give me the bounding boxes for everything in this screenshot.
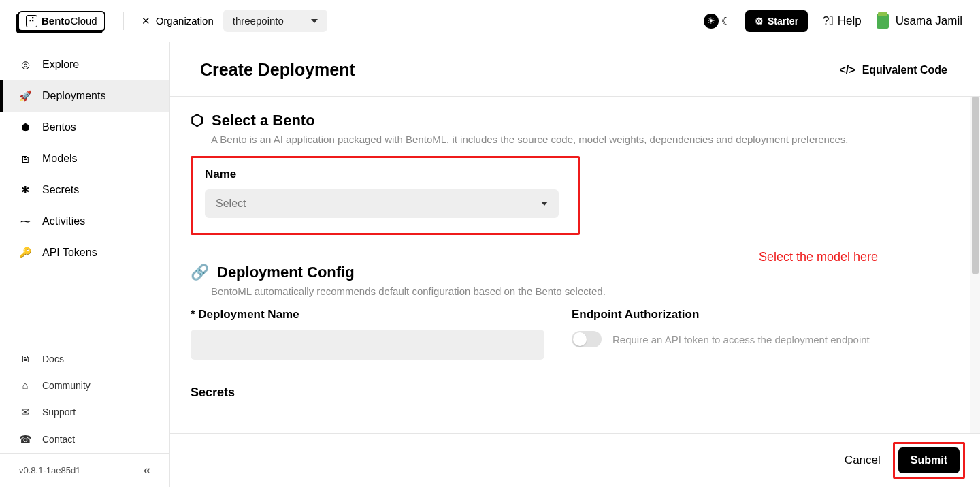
sidebar-item-label: Explore (42, 59, 79, 71)
section-heading: 🔗 Deployment Config (191, 264, 947, 281)
logo-text-cloud: Cloud (71, 15, 97, 27)
divider (123, 12, 124, 30)
page-header: Create Deployment </> Equivalent Code (170, 42, 980, 97)
sidebar-item-label: Secrets (42, 184, 79, 196)
sidebar-item-explore[interactable]: ◎ Explore (0, 49, 169, 80)
sidebar-item-label: Bentos (42, 121, 76, 133)
secrets-heading: Secrets (191, 386, 947, 400)
bento-icon: ⬡ (191, 112, 203, 129)
deployment-name-label: * Deployment Name (191, 308, 544, 321)
select-bento-title: Select a Bento (212, 112, 315, 129)
link-icon: 🔗 (191, 264, 209, 281)
user-menu[interactable]: Usama Jamil (877, 14, 962, 29)
highlighted-name-box: Name Select (191, 156, 580, 235)
user-name: Usama Jamil (896, 14, 962, 28)
bento-name-select[interactable]: Select (205, 189, 559, 218)
logo[interactable]: ⠚ BentoCloud (18, 11, 105, 31)
chevron-down-icon (541, 202, 548, 206)
organization-select[interactable]: threepointo (223, 10, 327, 32)
deployment-config-subtitle: BentoML automatically recommends default… (211, 285, 947, 297)
rocket-icon: 🚀 (19, 90, 31, 102)
sidebar-item-label: Deployments (42, 90, 105, 102)
sidebar-item-label: Docs (42, 354, 64, 364)
activity-icon: ⁓ (19, 215, 31, 227)
sidebar-item-label: Support (42, 407, 76, 418)
org-icon: ✕ (142, 15, 150, 27)
moon-icon: ☾ (721, 15, 730, 27)
sidebar-item-secrets[interactable]: ✱ Secrets (0, 174, 169, 206)
select-bento-subtitle: A Bento is an AI application packaged wi… (211, 133, 947, 145)
organization-label: ✕ Organization (142, 15, 214, 27)
theme-toggle[interactable]: ☀ ☾ (704, 14, 730, 29)
equivalent-code-label: Equivalent Code (862, 64, 947, 76)
avatar (877, 14, 889, 29)
community-icon: ⌂ (19, 379, 31, 391)
sun-icon: ☀ (704, 14, 719, 29)
page-title: Create Deployment (200, 60, 355, 80)
endpoint-auth-heading: Endpoint Authorization (572, 308, 947, 321)
section-heading: ⬡ Select a Bento (191, 112, 947, 129)
endpoint-auth-toggle[interactable] (572, 331, 602, 347)
sidebar-item-activities[interactable]: ⁓ Activities (0, 206, 169, 237)
help-text: Help (838, 14, 862, 28)
sidebar-item-label: Community (42, 380, 91, 391)
organization-text: Organization (156, 15, 214, 27)
logo-icon: ⠚ (26, 15, 37, 27)
doc-icon: 🗎 (19, 353, 31, 364)
sidebar-item-bentos[interactable]: ⬢ Bentos (0, 112, 169, 143)
top-right-actions: ☀ ☾ ⚙ Starter ?⃝ Help Usama Jamil (704, 10, 962, 32)
version-text: v0.8.1-1ae85d1 (19, 465, 80, 475)
cancel-button[interactable]: Cancel (842, 447, 883, 474)
select-placeholder: Select (216, 198, 246, 210)
scrollbar-thumb[interactable] (972, 97, 979, 274)
code-icon: </> (840, 64, 855, 76)
form-footer: Cancel Submit (170, 433, 980, 487)
sidebar-item-deployments[interactable]: 🚀 Deployments (0, 80, 169, 112)
sidebar-item-docs[interactable]: 🗎 Docs (0, 345, 169, 372)
compass-icon: ◎ (19, 59, 31, 71)
sidebar-item-support[interactable]: ✉ Support (0, 398, 169, 426)
sidebar-item-label: Activities (42, 215, 85, 227)
equivalent-code-button[interactable]: </> Equivalent Code (840, 64, 948, 76)
annotation-text: Select the model here (759, 250, 878, 264)
contact-icon: ☎ (19, 433, 31, 445)
submit-button[interactable]: Submit (898, 447, 960, 473)
chevron-down-icon (311, 19, 318, 23)
content-area: ⬡ Select a Bento A Bento is an AI applic… (170, 97, 980, 433)
starter-button[interactable]: ⚙ Starter (745, 10, 808, 32)
sidebar-item-api-tokens[interactable]: 🔑 API Tokens (0, 237, 169, 268)
scrollbar[interactable] (970, 97, 980, 433)
key-icon: 🔑 (19, 247, 31, 259)
top-bar: ⠚ BentoCloud ✕ Organization threepointo … (0, 0, 980, 42)
endpoint-auth-desc: Require an API token to access the deplo… (612, 334, 870, 345)
sidebar-item-models[interactable]: 🗎 Models (0, 143, 169, 174)
help-icon: ?⃝ (823, 14, 834, 28)
help-link[interactable]: ?⃝ Help (823, 14, 862, 28)
cube-icon: ⬢ (19, 121, 31, 133)
sidebar-item-label: API Tokens (42, 247, 97, 259)
starter-label: Starter (768, 16, 798, 27)
sidebar-item-label: Models (42, 153, 78, 165)
support-icon: ✉ (19, 406, 31, 418)
select-bento-section: ⬡ Select a Bento A Bento is an AI applic… (191, 112, 947, 235)
submit-highlight: Submit (893, 442, 965, 479)
deployment-name-input[interactable] (191, 330, 544, 360)
sidebar-footer: v0.8.1-1ae85d1 « (0, 453, 169, 487)
main-panel: Create Deployment </> Equivalent Code ⬡ … (170, 42, 980, 487)
deployment-config-title: Deployment Config (217, 264, 355, 281)
sidebar: ◎ Explore 🚀 Deployments ⬢ Bentos 🗎 Model… (0, 42, 170, 487)
gear-icon: ⚙ (755, 16, 764, 27)
organization-value: threepointo (233, 15, 284, 27)
sidebar-item-label: Contact (42, 434, 75, 445)
sidebar-item-contact[interactable]: ☎ Contact (0, 426, 169, 453)
name-field-label: Name (205, 168, 566, 181)
star-icon: ✱ (19, 184, 31, 196)
deployment-config-section: 🔗 Deployment Config BentoML automaticall… (191, 264, 947, 400)
sidebar-item-community[interactable]: ⌂ Community (0, 372, 169, 398)
collapse-icon[interactable]: « (144, 463, 150, 477)
logo-text-bento: Bento (42, 15, 71, 27)
file-icon: 🗎 (19, 153, 31, 165)
